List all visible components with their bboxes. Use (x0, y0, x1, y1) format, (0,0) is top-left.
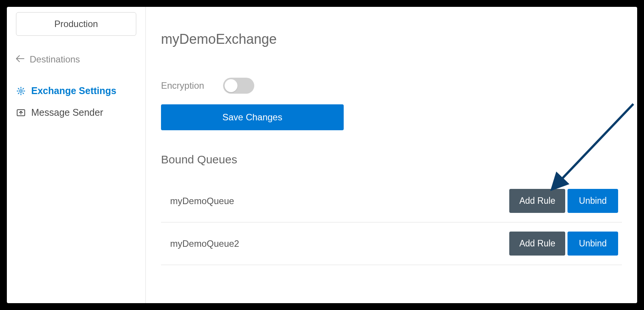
unbind-button[interactable]: Unbind (567, 232, 618, 256)
bound-queues-title: Bound Queues (161, 153, 622, 166)
sidebar: Production Destinations Exchange Setting… (7, 7, 146, 303)
environment-label: Production (54, 19, 98, 29)
nav-exchange-settings[interactable]: Exchange Settings (16, 80, 136, 102)
queue-row: myDemoQueue2 Add Rule Unbind (161, 222, 622, 265)
save-changes-button[interactable]: Save Changes (161, 104, 344, 130)
upload-icon (16, 108, 26, 118)
toggle-knob (225, 79, 238, 92)
svg-line-3 (553, 104, 633, 188)
page-title: myDemoExchange (161, 31, 622, 47)
nav-label: Exchange Settings (31, 85, 116, 96)
gear-icon (16, 86, 26, 96)
queue-actions: Add Rule Unbind (509, 232, 618, 256)
back-to-destinations[interactable]: Destinations (16, 54, 136, 65)
app-container: Production Destinations Exchange Setting… (7, 7, 637, 303)
add-rule-button[interactable]: Add Rule (509, 232, 565, 256)
arrow-left-icon (16, 54, 24, 64)
queue-row: myDemoQueue Add Rule Unbind (161, 180, 622, 222)
queue-name: myDemoQueue (170, 196, 234, 206)
back-label: Destinations (30, 54, 80, 65)
add-rule-button[interactable]: Add Rule (509, 189, 565, 213)
nav-label: Message Sender (31, 107, 103, 118)
encryption-toggle[interactable] (223, 78, 254, 94)
unbind-button[interactable]: Unbind (567, 189, 618, 213)
encryption-label: Encryption (161, 80, 204, 91)
environment-selector[interactable]: Production (16, 12, 136, 36)
main-content: myDemoExchange Encryption Save Changes B… (146, 7, 637, 303)
queue-actions: Add Rule Unbind (509, 189, 618, 213)
nav-message-sender[interactable]: Message Sender (16, 102, 136, 123)
queue-name: myDemoQueue2 (170, 238, 239, 249)
encryption-row: Encryption (161, 78, 622, 94)
svg-point-0 (20, 89, 22, 92)
